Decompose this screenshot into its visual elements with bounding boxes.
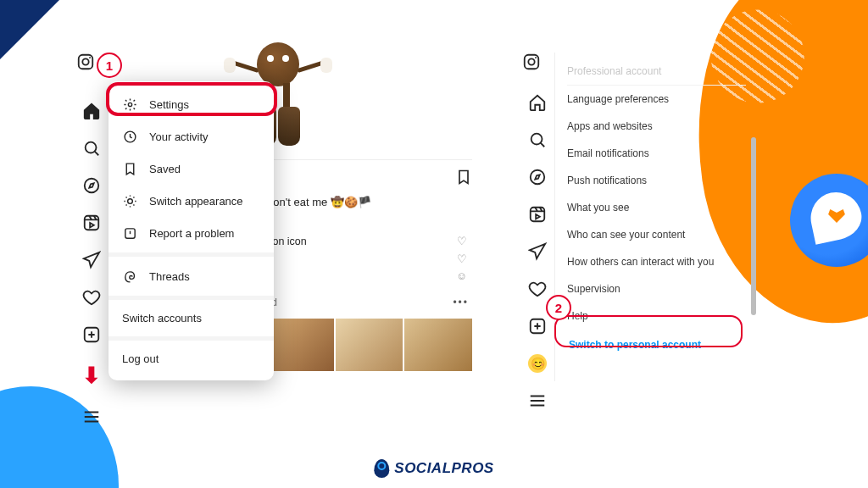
- reels-icon[interactable]: [82, 214, 101, 232]
- settings-push-notif[interactable]: Push notifications: [567, 167, 746, 194]
- settings-help[interactable]: Help: [567, 302, 746, 330]
- more-menu-icon[interactable]: [528, 391, 547, 410]
- settings-language[interactable]: Language preferences: [567, 86, 746, 113]
- step-badge-1: 1: [97, 53, 122, 78]
- svg-point-12: [528, 58, 534, 64]
- menu-switch-accounts[interactable]: Switch accounts: [108, 303, 274, 333]
- menu-logout[interactable]: Log out: [108, 344, 274, 374]
- threads-icon: [122, 269, 137, 284]
- svg-rect-5: [85, 216, 99, 230]
- explore-icon[interactable]: [82, 176, 101, 195]
- notifications-icon[interactable]: [528, 280, 547, 298]
- scrollbar[interactable]: [751, 137, 756, 315]
- messages-icon[interactable]: [528, 242, 547, 261]
- home-icon[interactable]: [82, 102, 101, 120]
- brand-badge: [790, 174, 868, 267]
- red-arrow-icon: ⬇: [82, 363, 101, 389]
- footer-brand: SOCIALPROS: [374, 459, 493, 478]
- profile-avatar[interactable]: 😊: [528, 354, 547, 373]
- sun-icon: [122, 193, 137, 208]
- notifications-icon[interactable]: [82, 288, 101, 307]
- svg-point-1: [82, 58, 88, 64]
- step-badge-2: 2: [546, 295, 571, 320]
- settings-apps-websites[interactable]: Apps and websites: [567, 113, 746, 140]
- gear-icon: [122, 97, 137, 112]
- instagram-logo-icon: [522, 53, 541, 74]
- settings-email-notif[interactable]: Email notifications: [567, 140, 746, 167]
- bookmark-icon[interactable]: [455, 169, 472, 186]
- post-more-icon[interactable]: •••: [453, 297, 469, 308]
- settings-who-can-see[interactable]: Who can see your content: [567, 221, 746, 248]
- like-comment-icon[interactable]: ♡: [455, 252, 469, 265]
- svg-rect-0: [79, 55, 93, 69]
- settings-panel: Professional account Language preference…: [554, 53, 751, 381]
- svg-point-4: [85, 179, 99, 193]
- brand-name: SOCIALPROS: [394, 460, 493, 477]
- explore-icon[interactable]: [528, 168, 547, 186]
- menu-logout-label: Log out: [122, 352, 159, 365]
- menu-appearance[interactable]: Switch appearance: [108, 185, 274, 217]
- activity-icon: [122, 129, 137, 144]
- more-menu-icon[interactable]: [82, 408, 101, 426]
- reels-icon[interactable]: [528, 205, 547, 224]
- svg-point-3: [86, 142, 97, 153]
- like-comment-icon[interactable]: ♡: [455, 235, 469, 247]
- more-dropdown-menu: Settings Your activity Saved Switch appe…: [108, 81, 274, 380]
- bookmark-icon: [122, 161, 137, 176]
- settings-how-interact[interactable]: How others can interact with you: [567, 248, 746, 275]
- menu-saved-label: Saved: [149, 163, 181, 175]
- messages-icon[interactable]: [82, 251, 101, 269]
- menu-appearance-label: Switch appearance: [149, 195, 243, 208]
- menu-saved[interactable]: Saved: [108, 152, 274, 185]
- settings-supervision[interactable]: Supervision: [567, 275, 746, 302]
- menu-switch-accounts-label: Switch accounts: [122, 312, 202, 324]
- create-icon[interactable]: [82, 325, 101, 344]
- menu-activity[interactable]: Your activity: [108, 120, 274, 152]
- right-nav-rail: 😊: [520, 93, 554, 410]
- brand-mark-icon: [374, 459, 389, 478]
- corner-triangle: [0, 0, 59, 59]
- svg-point-13: [535, 57, 537, 58]
- instagram-logo-icon: [76, 53, 95, 74]
- menu-settings-label: Settings: [149, 98, 189, 111]
- svg-rect-11: [525, 55, 539, 69]
- svg-point-7: [128, 103, 131, 106]
- search-icon[interactable]: [528, 130, 547, 149]
- svg-point-15: [531, 170, 545, 185]
- create-icon[interactable]: [528, 317, 547, 336]
- menu-threads[interactable]: Threads: [108, 260, 274, 292]
- search-icon[interactable]: [82, 139, 101, 158]
- switch-to-personal-link[interactable]: Switch to personal account: [567, 330, 746, 361]
- home-icon[interactable]: [528, 93, 547, 112]
- menu-threads-label: Threads: [149, 270, 190, 283]
- menu-report[interactable]: Report a problem: [108, 217, 274, 249]
- menu-settings[interactable]: Settings: [108, 88, 274, 120]
- menu-activity-label: Your activity: [149, 130, 209, 143]
- settings-what-you-see[interactable]: What you see: [567, 194, 746, 221]
- report-icon: [122, 225, 137, 241]
- menu-report-label: Report a problem: [149, 227, 234, 240]
- svg-rect-16: [531, 208, 545, 222]
- left-nav-rail: ⬇: [75, 102, 108, 426]
- svg-point-9: [127, 198, 132, 203]
- settings-professional-account[interactable]: Professional account: [567, 58, 746, 86]
- svg-point-14: [531, 134, 542, 145]
- svg-point-2: [89, 57, 91, 58]
- emoji-picker-icon[interactable]: ☺: [455, 270, 469, 282]
